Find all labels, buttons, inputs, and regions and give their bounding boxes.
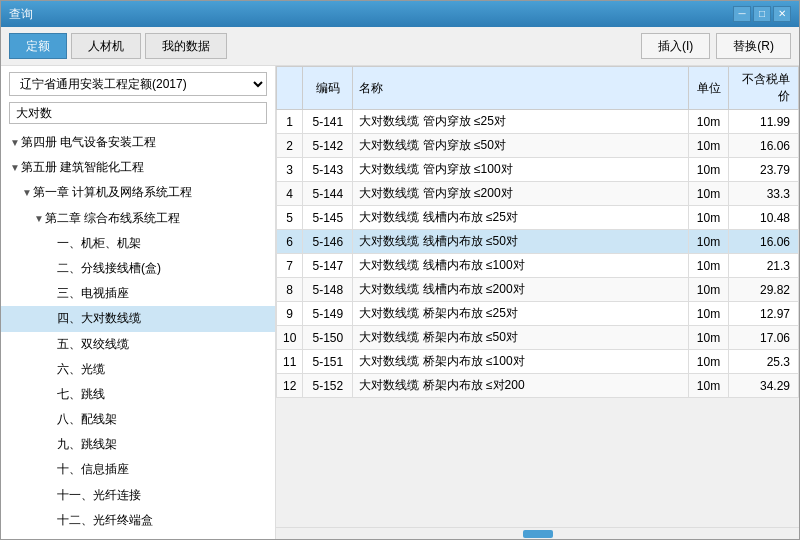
- cell-unit: 10m: [689, 134, 729, 158]
- tree-item-vol5[interactable]: ▼第五册 建筑智能化工程: [1, 155, 275, 180]
- cell-price: 16.06: [729, 134, 799, 158]
- cell-code: 5-146: [303, 230, 353, 254]
- cell-unit: 10m: [689, 182, 729, 206]
- toggle-icon: ▼: [33, 211, 45, 227]
- tree-item-ch2[interactable]: ▼第二章 综合布线系统工程: [1, 206, 275, 231]
- cell-num: 1: [277, 110, 303, 134]
- tree-item-item1[interactable]: 一、机柜、机架: [1, 231, 275, 256]
- cell-code: 5-142: [303, 134, 353, 158]
- tree-item-item9[interactable]: 九、跳线架: [1, 432, 275, 457]
- tree-item-item4[interactable]: 四、大对数线缆: [1, 306, 275, 331]
- cell-name: 大对数线缆 管内穿放 ≤25对: [353, 110, 689, 134]
- tree-item-label: 三、电视插座: [57, 286, 129, 300]
- tab-mydata[interactable]: 我的数据: [145, 33, 227, 59]
- table-row[interactable]: 7 5-147 大对数线缆 线槽内布放 ≤100对 10m 21.3: [277, 254, 799, 278]
- cell-unit: 10m: [689, 230, 729, 254]
- results-table: 编码 名称 单位 不含税单价 1 5-141 大对数线缆 管内穿放 ≤25对 1…: [276, 66, 799, 398]
- table-row[interactable]: 2 5-142 大对数线缆 管内穿放 ≤50对 10m 16.06: [277, 134, 799, 158]
- cell-price: 33.3: [729, 182, 799, 206]
- cell-price: 12.97: [729, 302, 799, 326]
- tab-dinge[interactable]: 定额: [9, 33, 67, 59]
- table-row[interactable]: 1 5-141 大对数线缆 管内穿放 ≤25对 10m 11.99: [277, 110, 799, 134]
- tree-item-ch1[interactable]: ▼第一章 计算机及网络系统工程: [1, 180, 275, 205]
- tree-item-item2[interactable]: 二、分线接线槽(盒): [1, 256, 275, 281]
- quota-dropdown[interactable]: 辽宁省通用安装工程定额(2017): [9, 72, 267, 96]
- cell-num: 7: [277, 254, 303, 278]
- tree-item-label: 七、跳线: [57, 387, 105, 401]
- tree-item-item13[interactable]: 十三、布放尾纤: [1, 533, 275, 539]
- data-table: 编码 名称 单位 不含税单价 1 5-141 大对数线缆 管内穿放 ≤25对 1…: [276, 66, 799, 527]
- cell-name: 大对数线缆 线槽内布放 ≤200对: [353, 278, 689, 302]
- main-content: 辽宁省通用安装工程定额(2017) ▼第四册 电气设备安装工程▼第五册 建筑智能…: [1, 66, 799, 539]
- cell-price: 11.99: [729, 110, 799, 134]
- tree-item-item6[interactable]: 六、光缆: [1, 357, 275, 382]
- cell-unit: 10m: [689, 278, 729, 302]
- cell-name: 大对数线缆 桥架内布放 ≤50对: [353, 326, 689, 350]
- tree-item-item8[interactable]: 八、配线架: [1, 407, 275, 432]
- cell-num: 9: [277, 302, 303, 326]
- cell-price: 23.79: [729, 158, 799, 182]
- table-header-row: 编码 名称 单位 不含税单价: [277, 67, 799, 110]
- cell-num: 10: [277, 326, 303, 350]
- cell-code: 5-141: [303, 110, 353, 134]
- tree-item-label: 十一、光纤连接: [57, 488, 141, 502]
- tree-item-item3[interactable]: 三、电视插座: [1, 281, 275, 306]
- cell-unit: 10m: [689, 374, 729, 398]
- cell-name: 大对数线缆 桥架内布放 ≤对200: [353, 374, 689, 398]
- cell-code: 5-144: [303, 182, 353, 206]
- insert-button[interactable]: 插入(I): [641, 33, 710, 59]
- cell-code: 5-145: [303, 206, 353, 230]
- col-price: 不含税单价: [729, 67, 799, 110]
- table-row[interactable]: 3 5-143 大对数线缆 管内穿放 ≤100对 10m 23.79: [277, 158, 799, 182]
- cell-num: 3: [277, 158, 303, 182]
- table-row[interactable]: 12 5-152 大对数线缆 桥架内布放 ≤对200 10m 34.29: [277, 374, 799, 398]
- table-row[interactable]: 10 5-150 大对数线缆 桥架内布放 ≤50对 10m 17.06: [277, 326, 799, 350]
- cell-unit: 10m: [689, 110, 729, 134]
- maximize-button[interactable]: □: [753, 6, 771, 22]
- action-buttons: 插入(I) 替换(R): [641, 33, 791, 59]
- cell-price: 34.29: [729, 374, 799, 398]
- toggle-icon: ▼: [9, 160, 21, 176]
- cell-num: 8: [277, 278, 303, 302]
- cell-name: 大对数线缆 线槽内布放 ≤50对: [353, 230, 689, 254]
- table-row[interactable]: 11 5-151 大对数线缆 桥架内布放 ≤100对 10m 25.3: [277, 350, 799, 374]
- cell-code: 5-150: [303, 326, 353, 350]
- tree-item-item12[interactable]: 十二、光纤终端盒: [1, 508, 275, 533]
- close-button[interactable]: ✕: [773, 6, 791, 22]
- window-controls: ─ □ ✕: [733, 6, 791, 22]
- table-row[interactable]: 8 5-148 大对数线缆 线槽内布放 ≤200对 10m 29.82: [277, 278, 799, 302]
- cell-num: 12: [277, 374, 303, 398]
- minimize-button[interactable]: ─: [733, 6, 751, 22]
- cell-name: 大对数线缆 线槽内布放 ≤100对: [353, 254, 689, 278]
- table-row[interactable]: 6 5-146 大对数线缆 线槽内布放 ≤50对 10m 16.06: [277, 230, 799, 254]
- table-row[interactable]: 4 5-144 大对数线缆 管内穿放 ≤200对 10m 33.3: [277, 182, 799, 206]
- table-row[interactable]: 9 5-149 大对数线缆 桥架内布放 ≤25对 10m 12.97: [277, 302, 799, 326]
- tree-item-label: 六、光缆: [57, 362, 105, 376]
- cell-num: 6: [277, 230, 303, 254]
- tree-item-label: 八、配线架: [57, 412, 117, 426]
- tab-renji[interactable]: 人材机: [71, 33, 141, 59]
- cell-num: 2: [277, 134, 303, 158]
- col-code: 编码: [303, 67, 353, 110]
- cell-num: 11: [277, 350, 303, 374]
- cell-name: 大对数线缆 线槽内布放 ≤25对: [353, 206, 689, 230]
- cell-name: 大对数线缆 桥架内布放 ≤100对: [353, 350, 689, 374]
- table-row[interactable]: 5 5-145 大对数线缆 线槽内布放 ≤25对 10m 10.48: [277, 206, 799, 230]
- tree-item-item5[interactable]: 五、双绞线缆: [1, 332, 275, 357]
- tree-item-item10[interactable]: 十、信息插座: [1, 457, 275, 482]
- tree-item-label: 第四册 电气设备安装工程: [21, 135, 156, 149]
- left-panel: 辽宁省通用安装工程定额(2017) ▼第四册 电气设备安装工程▼第五册 建筑智能…: [1, 66, 276, 539]
- replace-button[interactable]: 替换(R): [716, 33, 791, 59]
- cell-num: 4: [277, 182, 303, 206]
- tree-item-item11[interactable]: 十一、光纤连接: [1, 483, 275, 508]
- main-window: 查询 ─ □ ✕ 定额 人材机 我的数据 插入(I) 替换(R) 辽宁省通用安装…: [0, 0, 800, 540]
- cell-code: 5-152: [303, 374, 353, 398]
- cell-code: 5-143: [303, 158, 353, 182]
- bottom-scrollbar[interactable]: [276, 527, 799, 539]
- tree-container: ▼第四册 电气设备安装工程▼第五册 建筑智能化工程▼第一章 计算机及网络系统工程…: [1, 130, 275, 539]
- cell-unit: 10m: [689, 254, 729, 278]
- tree-item-label: 十三、布放尾纤: [57, 538, 141, 539]
- tree-item-vol4[interactable]: ▼第四册 电气设备安装工程: [1, 130, 275, 155]
- search-input[interactable]: [9, 102, 267, 124]
- tree-item-item7[interactable]: 七、跳线: [1, 382, 275, 407]
